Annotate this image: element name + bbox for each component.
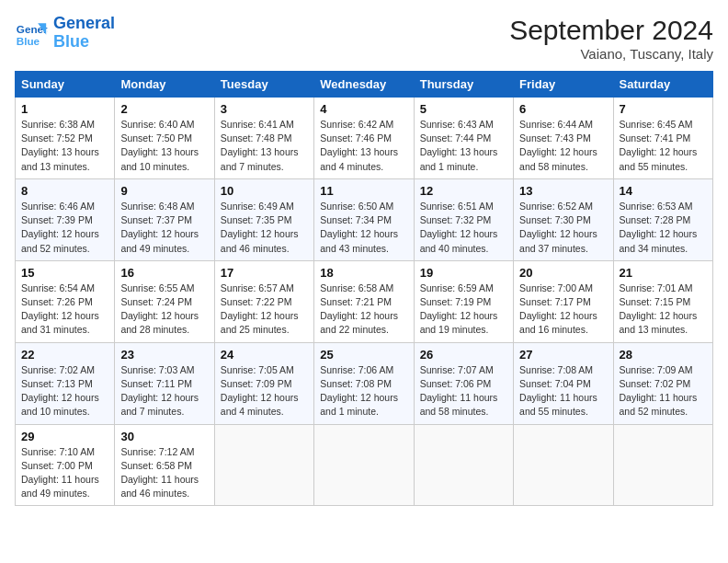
day-number: 14 bbox=[620, 184, 707, 198]
calendar-cell: 23Sunrise: 7:03 AMSunset: 7:11 PMDayligh… bbox=[115, 342, 214, 424]
calendar-cell: 24Sunrise: 7:05 AMSunset: 7:09 PMDayligh… bbox=[214, 342, 313, 424]
calendar-cell: 25Sunrise: 7:06 AMSunset: 7:08 PMDayligh… bbox=[314, 342, 414, 424]
month-title: September 2024 bbox=[509, 15, 713, 46]
day-detail: Sunrise: 6:46 AMSunset: 7:39 PMDaylight:… bbox=[21, 200, 108, 256]
day-number: 26 bbox=[420, 348, 507, 362]
day-detail: Sunrise: 6:57 AMSunset: 7:22 PMDaylight:… bbox=[221, 282, 308, 338]
day-number: 27 bbox=[519, 348, 607, 362]
day-detail: Sunrise: 6:51 AMSunset: 7:32 PMDaylight:… bbox=[420, 200, 507, 256]
calendar-cell: 7Sunrise: 6:45 AMSunset: 7:41 PMDaylight… bbox=[613, 98, 712, 179]
calendar-week-row: 15Sunrise: 6:54 AMSunset: 7:26 PMDayligh… bbox=[16, 260, 713, 342]
calendar-cell: 21Sunrise: 7:01 AMSunset: 7:15 PMDayligh… bbox=[613, 260, 712, 342]
day-number: 22 bbox=[21, 348, 108, 362]
day-detail: Sunrise: 6:49 AMSunset: 7:35 PMDaylight:… bbox=[221, 200, 308, 256]
calendar-cell: 18Sunrise: 6:58 AMSunset: 7:21 PMDayligh… bbox=[314, 260, 414, 342]
weekday-header: Wednesday bbox=[314, 72, 414, 98]
day-detail: Sunrise: 7:05 AMSunset: 7:09 PMDaylight:… bbox=[221, 363, 308, 419]
day-number: 6 bbox=[519, 102, 607, 116]
day-detail: Sunrise: 6:50 AMSunset: 7:34 PMDaylight:… bbox=[320, 200, 407, 256]
day-detail: Sunrise: 6:58 AMSunset: 7:21 PMDaylight:… bbox=[320, 282, 407, 338]
day-detail: Sunrise: 7:08 AMSunset: 7:04 PMDaylight:… bbox=[519, 363, 607, 419]
day-number: 8 bbox=[21, 184, 108, 198]
calendar-cell bbox=[314, 424, 414, 506]
logo-icon: General Blue bbox=[15, 17, 48, 50]
day-number: 12 bbox=[420, 184, 507, 198]
calendar-table: SundayMondayTuesdayWednesdayThursdayFrid… bbox=[15, 71, 713, 506]
day-detail: Sunrise: 6:48 AMSunset: 7:37 PMDaylight:… bbox=[120, 200, 208, 256]
page-header: General Blue General Blue September 2024… bbox=[15, 15, 713, 62]
calendar-cell: 15Sunrise: 6:54 AMSunset: 7:26 PMDayligh… bbox=[16, 260, 115, 342]
day-detail: Sunrise: 7:01 AMSunset: 7:15 PMDaylight:… bbox=[620, 282, 707, 338]
day-detail: Sunrise: 7:07 AMSunset: 7:06 PMDaylight:… bbox=[420, 363, 507, 419]
day-number: 19 bbox=[420, 266, 507, 280]
day-number: 30 bbox=[120, 430, 208, 443]
calendar-cell: 27Sunrise: 7:08 AMSunset: 7:04 PMDayligh… bbox=[514, 342, 613, 424]
calendar-week-row: 22Sunrise: 7:02 AMSunset: 7:13 PMDayligh… bbox=[16, 342, 713, 424]
day-number: 11 bbox=[320, 184, 407, 198]
calendar-cell: 16Sunrise: 6:55 AMSunset: 7:24 PMDayligh… bbox=[115, 260, 214, 342]
weekday-header: Saturday bbox=[613, 72, 712, 98]
day-detail: Sunrise: 6:40 AMSunset: 7:50 PMDaylight:… bbox=[120, 118, 208, 174]
calendar-week-row: 29Sunrise: 7:10 AMSunset: 7:00 PMDayligh… bbox=[16, 424, 713, 506]
calendar-cell: 6Sunrise: 6:44 AMSunset: 7:43 PMDaylight… bbox=[514, 98, 613, 179]
day-detail: Sunrise: 7:03 AMSunset: 7:11 PMDaylight:… bbox=[120, 363, 208, 419]
day-number: 29 bbox=[21, 430, 108, 443]
calendar-cell bbox=[613, 424, 712, 506]
calendar-cell: 2Sunrise: 6:40 AMSunset: 7:50 PMDaylight… bbox=[115, 98, 214, 179]
day-number: 24 bbox=[221, 348, 308, 362]
day-number: 16 bbox=[120, 266, 208, 280]
calendar-cell bbox=[214, 424, 313, 506]
day-detail: Sunrise: 6:55 AMSunset: 7:24 PMDaylight:… bbox=[120, 282, 208, 338]
day-detail: Sunrise: 6:38 AMSunset: 7:52 PMDaylight:… bbox=[21, 118, 108, 174]
day-number: 5 bbox=[420, 102, 507, 116]
calendar-cell: 1Sunrise: 6:38 AMSunset: 7:52 PMDaylight… bbox=[16, 98, 115, 179]
calendar-cell: 19Sunrise: 6:59 AMSunset: 7:19 PMDayligh… bbox=[414, 260, 513, 342]
calendar-cell: 5Sunrise: 6:43 AMSunset: 7:44 PMDaylight… bbox=[414, 98, 513, 179]
calendar-cell: 17Sunrise: 6:57 AMSunset: 7:22 PMDayligh… bbox=[214, 260, 313, 342]
weekday-header: Friday bbox=[514, 72, 613, 98]
calendar-cell: 12Sunrise: 6:51 AMSunset: 7:32 PMDayligh… bbox=[414, 178, 513, 260]
weekday-header: Sunday bbox=[16, 72, 115, 98]
day-detail: Sunrise: 6:43 AMSunset: 7:44 PMDaylight:… bbox=[420, 118, 507, 174]
day-detail: Sunrise: 7:10 AMSunset: 7:00 PMDaylight:… bbox=[21, 445, 108, 501]
calendar-cell: 14Sunrise: 6:53 AMSunset: 7:28 PMDayligh… bbox=[613, 178, 712, 260]
svg-text:Blue: Blue bbox=[17, 34, 40, 46]
day-number: 2 bbox=[120, 102, 208, 116]
day-detail: Sunrise: 6:41 AMSunset: 7:48 PMDaylight:… bbox=[221, 118, 308, 174]
logo-text: General Blue bbox=[53, 15, 115, 52]
calendar-cell: 22Sunrise: 7:02 AMSunset: 7:13 PMDayligh… bbox=[16, 342, 115, 424]
calendar-cell: 3Sunrise: 6:41 AMSunset: 7:48 PMDaylight… bbox=[214, 98, 313, 179]
calendar-cell: 8Sunrise: 6:46 AMSunset: 7:39 PMDaylight… bbox=[16, 178, 115, 260]
day-detail: Sunrise: 7:12 AMSunset: 6:58 PMDaylight:… bbox=[120, 445, 208, 501]
day-detail: Sunrise: 7:09 AMSunset: 7:02 PMDaylight:… bbox=[620, 363, 707, 419]
day-number: 28 bbox=[620, 348, 707, 362]
weekday-header-row: SundayMondayTuesdayWednesdayThursdayFrid… bbox=[16, 72, 713, 98]
day-number: 17 bbox=[221, 266, 308, 280]
day-detail: Sunrise: 6:52 AMSunset: 7:30 PMDaylight:… bbox=[519, 200, 607, 256]
day-number: 13 bbox=[519, 184, 607, 198]
weekday-header: Monday bbox=[115, 72, 214, 98]
calendar-cell: 4Sunrise: 6:42 AMSunset: 7:46 PMDaylight… bbox=[314, 98, 414, 179]
calendar-cell: 30Sunrise: 7:12 AMSunset: 6:58 PMDayligh… bbox=[115, 424, 214, 506]
calendar-cell: 10Sunrise: 6:49 AMSunset: 7:35 PMDayligh… bbox=[214, 178, 313, 260]
day-number: 3 bbox=[221, 102, 308, 116]
calendar-cell: 29Sunrise: 7:10 AMSunset: 7:00 PMDayligh… bbox=[16, 424, 115, 506]
day-detail: Sunrise: 7:00 AMSunset: 7:17 PMDaylight:… bbox=[519, 282, 607, 338]
calendar-cell: 26Sunrise: 7:07 AMSunset: 7:06 PMDayligh… bbox=[414, 342, 513, 424]
weekday-header: Thursday bbox=[414, 72, 513, 98]
day-detail: Sunrise: 6:42 AMSunset: 7:46 PMDaylight:… bbox=[320, 118, 407, 174]
day-number: 1 bbox=[21, 102, 108, 116]
calendar-cell: 28Sunrise: 7:09 AMSunset: 7:02 PMDayligh… bbox=[613, 342, 712, 424]
day-detail: Sunrise: 7:02 AMSunset: 7:13 PMDaylight:… bbox=[21, 363, 108, 419]
calendar-week-row: 8Sunrise: 6:46 AMSunset: 7:39 PMDaylight… bbox=[16, 178, 713, 260]
calendar-cell: 20Sunrise: 7:00 AMSunset: 7:17 PMDayligh… bbox=[514, 260, 613, 342]
day-number: 25 bbox=[320, 348, 407, 362]
calendar-cell: 13Sunrise: 6:52 AMSunset: 7:30 PMDayligh… bbox=[514, 178, 613, 260]
location: Vaiano, Tuscany, Italy bbox=[509, 46, 713, 62]
day-number: 21 bbox=[620, 266, 707, 280]
calendar-cell: 11Sunrise: 6:50 AMSunset: 7:34 PMDayligh… bbox=[314, 178, 414, 260]
day-detail: Sunrise: 6:59 AMSunset: 7:19 PMDaylight:… bbox=[420, 282, 507, 338]
day-detail: Sunrise: 6:54 AMSunset: 7:26 PMDaylight:… bbox=[21, 282, 108, 338]
day-number: 4 bbox=[320, 102, 407, 116]
day-number: 15 bbox=[21, 266, 108, 280]
